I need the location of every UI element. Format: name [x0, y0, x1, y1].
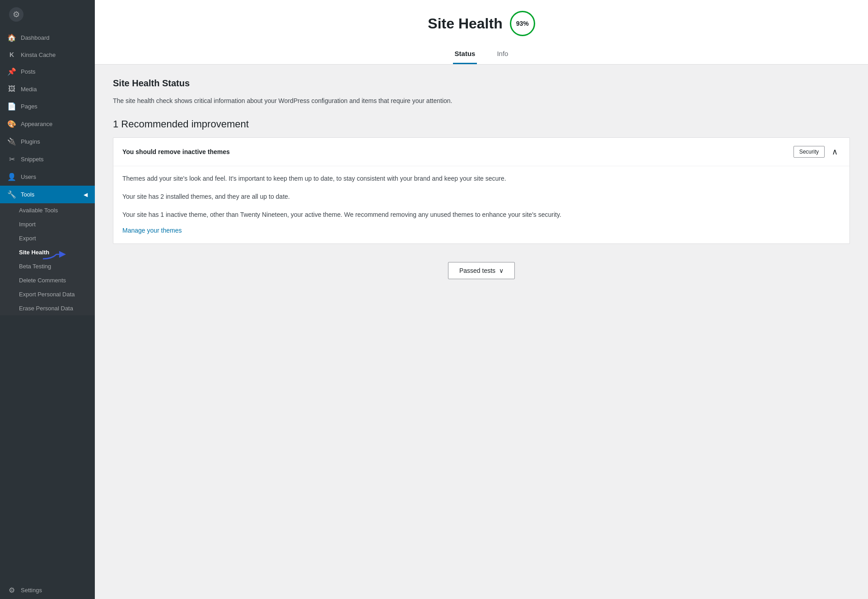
card-paragraph-1: Themes add your site's look and feel. It… — [122, 173, 840, 184]
passed-tests-button[interactable]: Passed tests ∨ — [448, 262, 515, 279]
sidebar-subitem-erase-personal-data[interactable]: Erase Personal Data — [0, 301, 95, 315]
sidebar-item-plugins[interactable]: 🔌 Plugins — [0, 133, 95, 150]
blue-arrow-indicator — [43, 248, 68, 261]
card-title: You should remove inactive themes — [122, 148, 230, 155]
recommendation-card: You should remove inactive themes Securi… — [113, 137, 850, 243]
sidebar-label-tools: Tools — [21, 191, 34, 198]
content-area: Site Health Status The site health check… — [95, 65, 868, 311]
security-badge: Security — [793, 146, 825, 158]
sidebar-label-snippets: Snippets — [21, 156, 44, 163]
sidebar-item-kinsta-cache[interactable]: K Kinsta Cache — [0, 47, 95, 63]
wp-logo-icon: ⚙ — [9, 7, 23, 22]
health-score-badge: 93% — [510, 11, 535, 36]
tab-status[interactable]: Status — [453, 45, 477, 64]
sidebar-item-dashboard[interactable]: 🏠 Dashboard — [0, 29, 95, 47]
plugins-icon: 🔌 — [7, 137, 16, 146]
snippets-icon: ✂ — [7, 155, 16, 164]
users-icon: 👤 — [7, 173, 16, 181]
sidebar-item-pages[interactable]: 📄 Pages — [0, 98, 95, 115]
sidebar: ⚙ 🏠 Dashboard K Kinsta Cache 📌 Posts 🖼 M… — [0, 0, 95, 599]
section-description: The site health check shows critical inf… — [113, 96, 850, 106]
sidebar-label-pages: Pages — [21, 103, 37, 110]
sidebar-label-settings: Settings — [21, 587, 42, 594]
passed-tests-label: Passed tests — [459, 267, 495, 274]
sidebar-subitem-export[interactable]: Export — [0, 231, 95, 245]
dashboard-icon: 🏠 — [7, 33, 16, 42]
appearance-icon: 🎨 — [7, 120, 16, 128]
manage-themes-link[interactable]: Manage your themes — [122, 227, 182, 234]
sidebar-item-media[interactable]: 🖼 Media — [0, 80, 95, 98]
main-content: Site Health 93% Status Info Site Health … — [95, 0, 868, 599]
tab-info[interactable]: Info — [495, 45, 510, 64]
page-title: Site Health — [428, 15, 502, 32]
card-paragraph-2: Your site has 2 installed themes, and th… — [122, 192, 840, 202]
card-body: Themes add your site's look and feel. It… — [113, 166, 849, 243]
sidebar-item-posts[interactable]: 📌 Posts — [0, 63, 95, 80]
sidebar-subitem-import[interactable]: Import — [0, 217, 95, 231]
tabs: Status Info — [113, 45, 850, 64]
card-header: You should remove inactive themes Securi… — [113, 138, 849, 166]
sidebar-subitem-beta-testing[interactable]: Beta Testing — [0, 259, 95, 273]
sidebar-label-appearance: Appearance — [21, 121, 52, 127]
page-header: Site Health 93% Status Info — [95, 0, 868, 65]
sidebar-label-users: Users — [21, 173, 36, 180]
media-icon: 🖼 — [7, 85, 16, 93]
sidebar-label-dashboard: Dashboard — [21, 34, 50, 41]
sidebar-subitem-delete-comments[interactable]: Delete Comments — [0, 273, 95, 287]
sidebar-logo: ⚙ — [0, 0, 95, 29]
tools-submenu: Available Tools Import Export Site Healt… — [0, 203, 95, 315]
kinsta-icon: K — [7, 51, 16, 58]
tools-arrow-icon: ◀ — [84, 192, 88, 198]
recommended-title: 1 Recommended improvement — [113, 118, 850, 130]
sidebar-item-settings[interactable]: ⚙ Settings — [0, 581, 95, 599]
sidebar-label-plugins: Plugins — [21, 138, 40, 145]
sidebar-item-snippets[interactable]: ✂ Snippets — [0, 150, 95, 168]
section-title: Site Health Status — [113, 78, 850, 89]
sidebar-item-users[interactable]: 👤 Users — [0, 168, 95, 186]
card-header-right: Security ∧ — [793, 146, 840, 158]
sidebar-subitem-available-tools[interactable]: Available Tools — [0, 203, 95, 217]
title-row: Site Health 93% — [113, 11, 850, 36]
chevron-down-icon: ∨ — [499, 267, 504, 274]
sidebar-subitem-site-health[interactable]: Site Health — [0, 245, 95, 259]
card-paragraph-3: Your site has 1 inactive theme, other th… — [122, 210, 840, 220]
pages-icon: 📄 — [7, 102, 16, 111]
settings-icon: ⚙ — [7, 586, 16, 594]
sidebar-label-media: Media — [21, 86, 37, 93]
sidebar-item-tools[interactable]: 🔧 Tools ◀ — [0, 186, 95, 203]
tools-icon: 🔧 — [7, 190, 16, 199]
sidebar-subitem-export-personal-data[interactable]: Export Personal Data — [0, 287, 95, 301]
posts-icon: 📌 — [7, 67, 16, 76]
sidebar-label-posts: Posts — [21, 68, 36, 75]
passed-tests-row: Passed tests ∨ — [113, 253, 850, 297]
sidebar-label-kinsta-cache: Kinsta Cache — [21, 51, 56, 58]
sidebar-item-appearance[interactable]: 🎨 Appearance — [0, 115, 95, 133]
collapse-button[interactable]: ∧ — [829, 146, 840, 158]
